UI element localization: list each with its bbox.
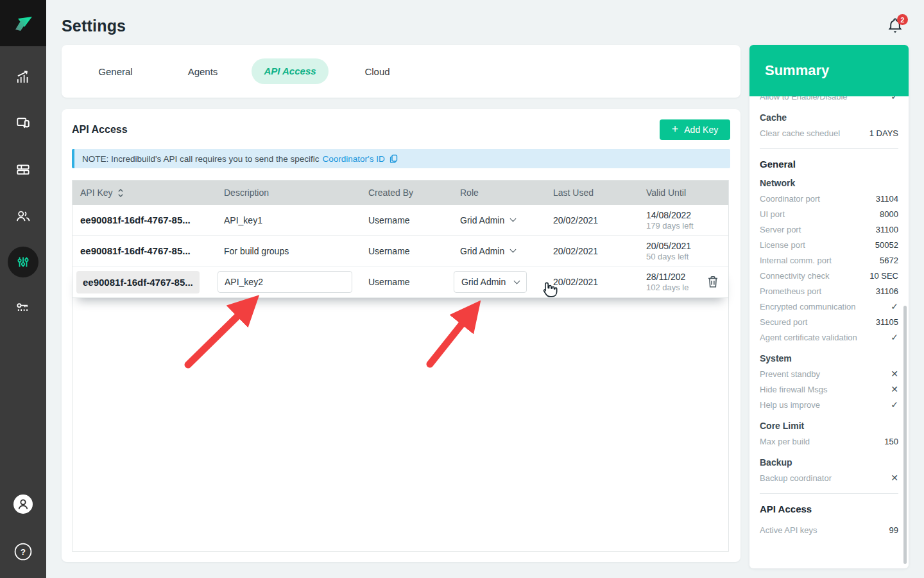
summary-row: Allow to Enable/Disable✓: [760, 96, 898, 104]
summary-row-value: 8000: [880, 209, 898, 219]
incredibuild-logo: [0, 0, 46, 46]
tab-cloud[interactable]: Cloud: [334, 66, 421, 77]
column-description: Description: [224, 188, 368, 198]
avatar-icon: [13, 494, 33, 514]
sidebar-item-agents[interactable]: [5, 105, 41, 141]
role-dropdown[interactable]: Grid Admin: [460, 215, 553, 225]
sidebar-item-license[interactable]: [5, 290, 41, 326]
panel-header: API Access + Add Key: [62, 109, 740, 140]
tab-agents[interactable]: Agents: [159, 66, 246, 77]
sidebar-item-analytics[interactable]: [5, 59, 41, 95]
summary-row-label: Hide firewall Msgs: [760, 385, 827, 394]
role-dropdown[interactable]: Grid Admin: [460, 246, 553, 256]
column-last-used: Last Used: [553, 188, 646, 198]
note-bar: NOTE: Incredibuild's API call requires y…: [72, 149, 730, 168]
sidebar-item-builds[interactable]: [5, 152, 41, 188]
summary-row-value: 99: [889, 525, 898, 535]
tab-general[interactable]: General: [72, 66, 159, 77]
summary-row-label: Coordinator port: [760, 194, 820, 204]
summary-title: Summary: [749, 45, 909, 96]
summary-clipped-row: Allow to Enable/Disable✓: [760, 96, 898, 104]
notification-badge: 2: [897, 14, 908, 25]
summary-group-title: System: [760, 353, 898, 363]
api-access-panel: API Access + Add Key NOTE: Incredibuild'…: [62, 109, 740, 562]
summary-row-label: Help us improve: [760, 400, 820, 410]
help-button[interactable]: ?: [14, 543, 32, 563]
description-input[interactable]: [218, 271, 352, 293]
sidebar-nav: [0, 59, 46, 326]
summary-group-title: Core Limit: [760, 421, 898, 431]
column-created-by: Created By: [368, 188, 460, 198]
valid-until-cell: 14/08/2022 179 days left: [646, 209, 728, 231]
summary-row: Agent certificate validation✓: [760, 329, 898, 345]
summary-list: Allow to Enable/Disable✓CacheClear cache…: [749, 96, 909, 568]
summary-row: Prevent standby✕: [760, 366, 898, 381]
summary-group-title: Network: [760, 178, 898, 188]
cross-icon: ✕: [891, 473, 898, 483]
summary-row: Prometheus port31106: [760, 283, 898, 299]
last-used-cell: 20/02/2021: [553, 215, 646, 225]
summary-row: Hide firewall Msgs✕: [760, 381, 898, 397]
summary-row-label: Backup coordinator: [760, 473, 832, 483]
summary-row: License port50052: [760, 237, 898, 252]
summary-row-value: 50052: [875, 240, 898, 250]
summary-row-label: Allow to Enable/Disable: [760, 96, 848, 101]
help-icon: ?: [14, 543, 32, 561]
check-icon: ✓: [891, 399, 898, 410]
settings-tabs: General Agents API Access Cloud: [62, 45, 740, 98]
summary-scrollbar[interactable]: [903, 306, 907, 564]
summary-row: Secured port31105: [760, 314, 898, 329]
summary-row-value: 150: [884, 437, 898, 446]
tab-api-access[interactable]: API Access: [252, 58, 329, 84]
add-key-button[interactable]: + Add Key: [660, 119, 730, 140]
summary-row-label: Secured port: [760, 317, 807, 327]
summary-row: Connectivity check10 SEC: [760, 268, 898, 283]
cross-icon: ✕: [891, 369, 898, 379]
delete-key-button[interactable]: [706, 275, 719, 291]
cross-icon: ✕: [891, 384, 898, 394]
role-select[interactable]: Grid Admin: [454, 271, 527, 293]
summary-row: UI port8000: [760, 206, 898, 222]
summary-row-label: Server port: [760, 225, 801, 234]
summary-row-label: Prevent standby: [760, 369, 820, 379]
last-used-cell: 20/02/2021: [553, 277, 646, 287]
analytics-icon: [15, 69, 31, 85]
description-cell: For build groups: [224, 246, 368, 256]
summary-row-label: Max per build: [760, 437, 810, 446]
chevron-down-icon: [514, 277, 520, 284]
sidebar-item-users[interactable]: [5, 198, 41, 234]
check-icon: ✓: [891, 332, 898, 342]
chevron-down-icon: [510, 216, 517, 222]
summary-row-label: Encrypted communication: [760, 302, 856, 311]
column-api-key[interactable]: API Key: [80, 188, 224, 198]
summary-row: Coordinator port31104: [760, 191, 898, 206]
trash-icon: [706, 275, 719, 289]
settings-sliders-icon: [15, 254, 31, 270]
plus-icon: +: [672, 123, 679, 135]
logo-icon: [10, 10, 37, 37]
notifications-button[interactable]: 2: [887, 17, 909, 39]
user-avatar[interactable]: [13, 494, 33, 517]
table-header: API Key Description Created By Role Last…: [73, 180, 728, 205]
table-row: ee90081f-16df-4767-85... For build group…: [73, 236, 728, 267]
panel-title: API Access: [72, 124, 128, 136]
summary-row-label: Active API keys: [760, 525, 817, 535]
sidebar-item-settings[interactable]: [8, 247, 38, 277]
sidebar: ?: [0, 0, 46, 578]
agents-icon: [15, 115, 31, 132]
column-role: Role: [460, 188, 553, 198]
summary-group-title: Backup: [760, 457, 898, 468]
users-icon: [15, 207, 31, 224]
last-used-cell: 20/02/2021: [553, 246, 646, 256]
coordinator-id-link[interactable]: Coordinator's ID: [323, 154, 385, 164]
check-icon: ✓: [891, 301, 898, 311]
table-row: ee90081f-16df-4767-85... API_key1 Userna…: [73, 205, 728, 236]
summary-row: Active API keys99: [760, 522, 898, 538]
summary-row-value: 31100: [876, 225, 898, 234]
copy-icon[interactable]: [389, 153, 398, 164]
summary-row-value: 10 SEC: [869, 271, 898, 281]
api-keys-table: API Key Description Created By Role Last…: [72, 180, 729, 552]
created-by-cell: Username: [368, 277, 460, 287]
check-icon: ✓: [891, 96, 898, 101]
summary-row: Server port31100: [760, 222, 898, 237]
